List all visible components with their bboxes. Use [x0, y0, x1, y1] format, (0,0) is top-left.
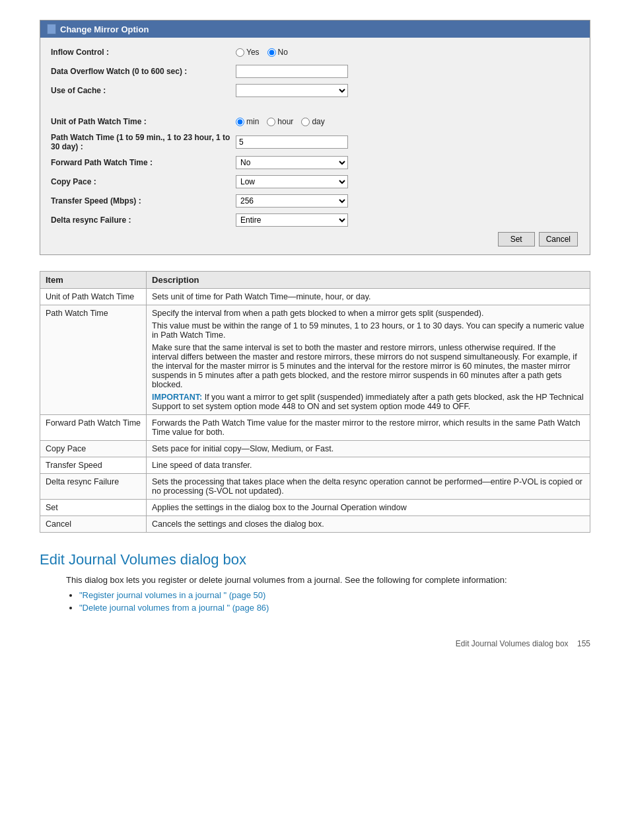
transfer-speed-select[interactable]: 256 — [236, 194, 348, 208]
dialog-title-bar: Change Mirror Option — [40, 20, 590, 38]
col-item-header: Item — [40, 272, 147, 289]
unit-hour-radio[interactable] — [267, 118, 275, 126]
use-of-cache-input-area — [236, 84, 579, 97]
inflow-yes-label[interactable]: Yes — [236, 48, 260, 57]
table-item-cell: Copy Pace — [40, 441, 147, 457]
unit-min-radio[interactable] — [236, 118, 244, 126]
use-of-cache-label: Use of Cache : — [51, 86, 236, 95]
forward-path-watch-row: Forward Path Watch Time : No — [51, 155, 579, 171]
forward-path-watch-select[interactable]: No — [236, 156, 348, 169]
table-row: Transfer Speed Line speed of data transf… — [40, 457, 590, 474]
table-desc-cell: Sets the processing that takes place whe… — [147, 474, 590, 500]
unit-min-label[interactable]: min — [236, 117, 259, 126]
unit-day-radio[interactable] — [301, 118, 310, 126]
inflow-no-radio[interactable] — [267, 48, 276, 57]
table-item-cell: Path Watch Time — [40, 305, 147, 415]
unit-path-watch-row: Unit of Path Watch Time : min hour day — [51, 114, 579, 130]
path-watch-time-input[interactable] — [236, 135, 348, 149]
change-mirror-dialog: Change Mirror Option Inflow Control : Ye… — [40, 20, 590, 255]
copy-pace-input-area: Low — [236, 175, 579, 188]
important-label: IMPORTANT: — [152, 393, 202, 402]
delta-resync-row: Delta resync Failure : Entire — [51, 212, 579, 228]
inflow-control-label: Inflow Control : — [51, 48, 236, 57]
table-item-cell: Set — [40, 500, 147, 516]
unit-day-label[interactable]: day — [301, 117, 324, 126]
table-row: Set Applies the settings in the dialog b… — [40, 500, 590, 516]
bullet-link-1[interactable]: "Register journal volumes in a journal "… — [79, 590, 265, 600]
table-item-cell: Cancel — [40, 516, 147, 533]
table-row: Delta resync Failure Sets the processing… — [40, 474, 590, 500]
path-watch-time-label: Path Watch Time (1 to 59 min., 1 to 23 h… — [51, 133, 236, 151]
unit-hour-label[interactable]: hour — [267, 117, 293, 126]
overflow-watch-input[interactable] — [236, 65, 348, 78]
table-row: Cancel Cancels the settings and closes t… — [40, 516, 590, 533]
bullet-link-2[interactable]: "Delete journal volumes from a journal "… — [79, 603, 269, 613]
table-desc-cell: Sets unit of time for Path Watch Time—mi… — [147, 289, 590, 305]
table-desc-cell: Sets pace for initial copy—Slow, Medium,… — [147, 441, 590, 457]
table-row: Path Watch Time Specify the interval fro… — [40, 305, 590, 415]
table-item-cell: Transfer Speed — [40, 457, 147, 474]
inflow-yes-radio[interactable] — [236, 48, 244, 57]
table-item-cell: Unit of Path Watch Time — [40, 289, 147, 305]
table-desc-cell: Forwards the Path Watch Time value for t… — [147, 415, 590, 441]
table-item-cell: Delta resync Failure — [40, 474, 147, 500]
table-row: Forward Path Watch Time Forwards the Pat… — [40, 415, 590, 441]
inflow-control-radio-group: Yes No — [236, 48, 288, 57]
list-item: "Delete journal volumes from a journal "… — [79, 603, 590, 613]
transfer-speed-label: Transfer Speed (Mbps) : — [51, 196, 236, 206]
inflow-no-label[interactable]: No — [267, 48, 288, 57]
dialog-body: Inflow Control : Yes No Data Overflow Wa… — [40, 38, 590, 254]
transfer-speed-input-area: 256 — [236, 194, 579, 208]
forward-path-watch-label: Forward Path Watch Time : — [51, 158, 236, 167]
footer-text: Edit Journal Volumes dialog box 155 — [456, 639, 590, 648]
inflow-control-row: Inflow Control : Yes No — [51, 44, 579, 60]
unit-path-watch-input-area: min hour day — [236, 117, 579, 126]
table-desc-cell: Applies the settings in the dialog box t… — [147, 500, 590, 516]
overflow-watch-label: Data Overflow Watch (0 to 600 sec) : — [51, 67, 236, 76]
dialog-title: Change Mirror Option — [60, 24, 149, 34]
copy-pace-label: Copy Pace : — [51, 177, 236, 186]
unit-path-watch-label: Unit of Path Watch Time : — [51, 117, 236, 126]
bullet-list: "Register journal volumes in a journal "… — [40, 590, 590, 613]
use-of-cache-row: Use of Cache : — [51, 83, 579, 98]
table-desc-cell: Line speed of data transfer. — [147, 457, 590, 474]
delta-resync-select[interactable]: Entire — [236, 213, 348, 227]
set-button[interactable]: Set — [498, 232, 535, 247]
copy-pace-row: Copy Pace : Low — [51, 174, 579, 190]
list-item: "Register journal volumes in a journal "… — [79, 590, 590, 600]
description-table: Item Description Unit of Path Watch Time… — [40, 271, 590, 533]
col-desc-header: Description — [147, 272, 590, 289]
section-intro: This dialog box lets you register or del… — [40, 575, 590, 585]
dialog-buttons: Set Cancel — [51, 232, 579, 247]
table-desc-cell: Cancels the settings and closes the dial… — [147, 516, 590, 533]
section-heading: Edit Journal Volumes dialog box — [40, 551, 590, 568]
forward-path-watch-input-area: No — [236, 156, 579, 169]
inflow-control-input: Yes No — [236, 48, 579, 57]
use-of-cache-select[interactable] — [236, 84, 348, 97]
copy-pace-select[interactable]: Low — [236, 175, 348, 188]
table-row: Copy Pace Sets pace for initial copy—Slo… — [40, 441, 590, 457]
delta-resync-label: Delta resync Failure : — [51, 215, 236, 225]
transfer-speed-row: Transfer Speed (Mbps) : 256 — [51, 193, 579, 209]
table-desc-cell: Specify the interval from when a path ge… — [147, 305, 590, 415]
unit-path-watch-radio-group: min hour day — [236, 117, 325, 126]
overflow-watch-input-area — [236, 65, 579, 78]
table-item-cell: Forward Path Watch Time — [40, 415, 147, 441]
path-watch-time-row: Path Watch Time (1 to 59 min., 1 to 23 h… — [51, 133, 579, 151]
table-row: Unit of Path Watch Time Sets unit of tim… — [40, 289, 590, 305]
delta-resync-input-area: Entire — [236, 213, 579, 227]
overflow-watch-row: Data Overflow Watch (0 to 600 sec) : — [51, 63, 579, 79]
cancel-button[interactable]: Cancel — [539, 232, 578, 247]
path-watch-time-input-area — [236, 135, 579, 149]
page-footer: Edit Journal Volumes dialog box 155 — [40, 639, 590, 648]
